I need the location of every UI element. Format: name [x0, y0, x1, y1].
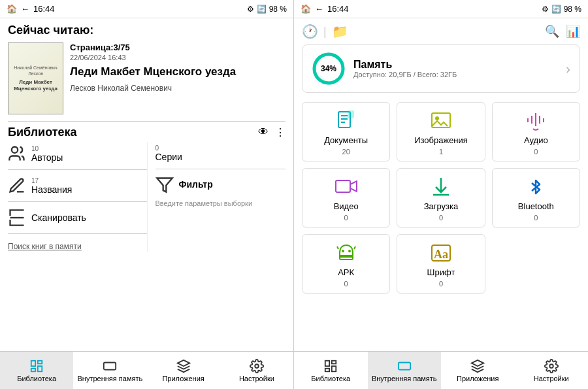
file-item-docs[interactable]: Документы 20: [302, 102, 390, 161]
library-icons: 👁 ⋮: [258, 126, 286, 139]
svg-point-16: [342, 250, 344, 252]
series-text: 0 Серии: [155, 144, 182, 162]
nav-settings-right[interactable]: Настройки: [515, 352, 589, 389]
authors-count: 10: [31, 145, 63, 152]
right-header-icons: 🔍 📊: [545, 24, 580, 39]
file-item-video[interactable]: Видео 0: [302, 168, 390, 228]
file-item-audio[interactable]: Аудио 0: [492, 102, 580, 161]
file-item-apk[interactable]: АРК 0: [302, 234, 390, 294]
audio-label: Аудио: [524, 135, 548, 145]
search-icon-right[interactable]: 🔍: [545, 24, 559, 39]
memory-circle: 34%: [312, 52, 346, 86]
titles-count: 17: [31, 177, 72, 184]
filter-label: Фильтр: [179, 179, 213, 190]
memory-sub: Доступно: 20,9ГБ / Всего: 32ГБ: [353, 71, 558, 78]
home-icon-right[interactable]: 🏠: [301, 4, 311, 14]
images-count: 1: [439, 148, 443, 156]
top-icons-row: 🕐 | 📁 🔍 📊: [302, 24, 580, 39]
left-time: 16:44: [33, 4, 55, 14]
file-item-download[interactable]: Загрузка 0: [397, 168, 485, 228]
nav-settings-right-label: Настройки: [534, 375, 569, 382]
video-label: Видео: [334, 201, 359, 211]
nav-storage-right[interactable]: Внутренняя память: [368, 352, 442, 389]
memory-card[interactable]: 34% Память Доступно: 20,9ГБ / Всего: 32Г…: [302, 44, 580, 93]
left-content: Сейчас читаю: Николай Семёнович Лесков Л…: [0, 18, 293, 351]
home-icon[interactable]: 🏠: [7, 4, 17, 14]
nav-apps-right[interactable]: Приложения: [441, 352, 515, 389]
authors-label: Авторы: [31, 152, 63, 163]
file-item-images[interactable]: Изображения 1: [397, 102, 485, 161]
nav-storage-left[interactable]: Внутренняя память: [73, 352, 146, 389]
svg-rect-5: [31, 368, 35, 371]
nav-apps-left[interactable]: Приложения: [147, 352, 220, 389]
svg-text:Aa: Aa: [434, 248, 448, 261]
settings-icon-left[interactable]: ⚙: [247, 5, 254, 14]
lib-item-titles[interactable]: 17 Названия: [8, 174, 147, 197]
back-icon-right[interactable]: ←: [315, 4, 323, 14]
history-icon[interactable]: 🕐: [302, 24, 318, 39]
svg-point-13: [435, 116, 439, 120]
folder-icon[interactable]: 📁: [332, 24, 348, 39]
lib-item-filter[interactable]: Фильтр: [155, 173, 286, 197]
nav-library-left-label: Библиотека: [17, 375, 56, 382]
book-cover[interactable]: Николай Семёнович Лесков Леди Макбет Мце…: [8, 42, 63, 114]
filter-text: Фильтр: [179, 179, 213, 191]
right-status-bar: 🏠 ← 16:44 ⚙ 🔄 98 %: [294, 0, 588, 18]
nav-apps-left-label: Приложения: [162, 375, 204, 382]
nav-library-left[interactable]: Библиотека: [0, 352, 73, 389]
svg-point-17: [348, 250, 351, 252]
now-reading-title: Сейчас читаю:: [8, 24, 286, 37]
separator: |: [323, 25, 327, 39]
left-status-bar: 🏠 ← 16:44 ⚙ 🔄 98 %: [0, 0, 293, 18]
lib-item-authors[interactable]: 10 Авторы: [8, 142, 147, 165]
filter-hint: Введите параметры выборки: [155, 199, 286, 207]
right-content: 🕐 | 📁 🔍 📊 34% Память Доступно: 20,9ГБ / …: [294, 18, 588, 351]
lib-left-col: 10 Авторы 17 Названия: [8, 142, 147, 252]
eye-icon[interactable]: 👁: [258, 126, 269, 139]
library-title: Библиотека: [8, 126, 77, 139]
font-count: 0: [439, 280, 443, 288]
right-time: 16:44: [327, 4, 349, 14]
scan-label: Сканировать: [31, 212, 86, 223]
book-row: Николай Семёнович Лесков Леди Макбет Мце…: [8, 42, 286, 114]
chart-icon-right[interactable]: 📊: [566, 24, 580, 39]
nav-settings-left-label: Настройки: [239, 375, 274, 382]
svg-rect-21: [332, 360, 336, 364]
svg-rect-4: [38, 366, 42, 371]
lib-item-series[interactable]: 0 Серии: [155, 142, 286, 165]
nav-library-right[interactable]: Библиотека: [294, 352, 368, 389]
sync-icon-right[interactable]: 🔄: [551, 5, 561, 14]
left-panel: 🏠 ← 16:44 ⚙ 🔄 98 % Сейчас читаю: Николай…: [0, 0, 294, 389]
titles-label: Названия: [31, 184, 72, 195]
video-icon: [335, 175, 358, 199]
memory-arrow: ›: [566, 61, 570, 76]
sync-icon-left[interactable]: 🔄: [257, 5, 267, 14]
svg-rect-11: [348, 110, 354, 118]
nav-settings-left[interactable]: Настройки: [220, 352, 293, 389]
nav-apps-right-label: Приложения: [457, 375, 498, 382]
more-icon[interactable]: ⋮: [275, 126, 286, 139]
doc-icon: [335, 109, 358, 133]
svg-rect-22: [332, 366, 336, 371]
back-icon[interactable]: ←: [21, 4, 29, 14]
book-title[interactable]: Леди Макбет Мценского уезда: [70, 65, 286, 78]
lib-item-scan[interactable]: Сканировать: [8, 206, 147, 229]
library-header: Библиотека 👁 ⋮: [8, 126, 286, 139]
download-label: Загрузка: [424, 201, 459, 211]
audio-count: 0: [534, 148, 538, 156]
svg-rect-3: [38, 360, 42, 364]
lib-right-col: 0 Серии Фильтр Введите параметры выборки: [147, 142, 286, 252]
search-memory[interactable]: Поиск книг в памяти: [8, 238, 147, 252]
svg-rect-2: [31, 360, 35, 365]
settings-icon-right[interactable]: ⚙: [542, 5, 549, 14]
memory-title: Память: [353, 59, 558, 71]
left-bottom-nav: Библиотека Внутренняя память Приложения …: [0, 351, 293, 389]
bluetooth-icon: [524, 175, 547, 199]
titles-text: 17 Названия: [31, 177, 72, 195]
divider-scan: [8, 233, 147, 234]
file-item-bluetooth[interactable]: Bluetooth 0: [492, 168, 580, 228]
svg-rect-14: [336, 180, 350, 192]
files-grid: Документы 20 Изображения 1: [302, 102, 580, 294]
file-item-font[interactable]: Aa Шрифт 0: [397, 234, 485, 294]
divider-titles: [8, 201, 147, 202]
